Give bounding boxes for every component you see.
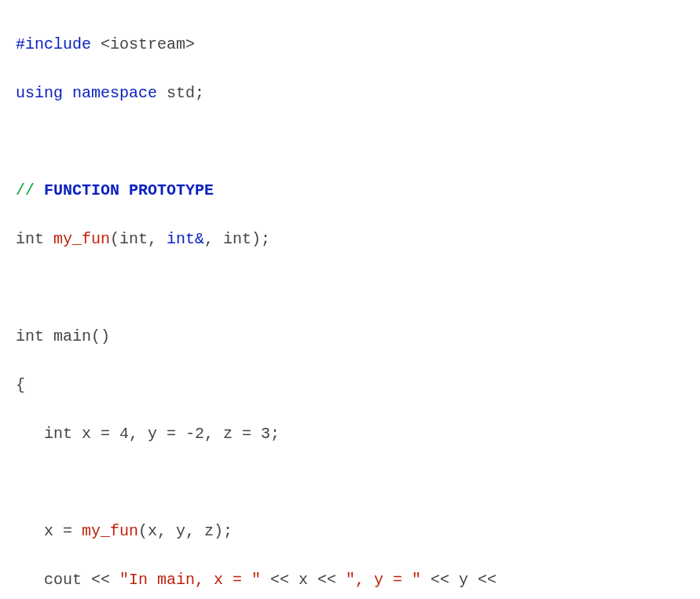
comment-text: FUNCTION PROTOTYPE xyxy=(44,181,214,199)
code-line: int x = 4, y = -2, z = 3; xyxy=(16,422,684,446)
assign: x = xyxy=(16,522,82,540)
blank-line xyxy=(16,276,684,300)
comment-slashes: // xyxy=(16,181,44,199)
code-line: #include <iostream> xyxy=(16,32,684,57)
function-name: my_fun xyxy=(53,230,110,248)
string-literal: "In main, x = " xyxy=(119,571,261,589)
params: (int, xyxy=(110,230,167,248)
stream-op: << y << xyxy=(421,571,497,589)
return-type: int xyxy=(16,230,53,248)
preprocessor: #include xyxy=(16,35,101,53)
code-line: using namespace std; xyxy=(16,81,684,105)
string-literal: ", y = " xyxy=(346,571,421,589)
params: , int); xyxy=(204,230,270,248)
function-call: my_fun xyxy=(82,522,138,540)
comment-line: // FUNCTION PROTOTYPE xyxy=(16,178,684,203)
code-block: #include <iostream> using namespace std;… xyxy=(0,0,700,599)
keyword-using: using xyxy=(16,84,72,102)
code-line: int my_fun(int, int&, int); xyxy=(16,227,684,251)
ref-type: int& xyxy=(167,230,204,248)
namespace-name: std; xyxy=(167,84,204,102)
code-line: cout << "In main, x = " << x << ", y = "… xyxy=(16,568,684,592)
header-name: <iostream> xyxy=(101,35,195,53)
blank-line xyxy=(16,130,684,154)
args: (x, y, z); xyxy=(138,522,233,540)
stream-op: << x << xyxy=(261,571,346,589)
code-line: int main() xyxy=(16,324,684,349)
cout: cout << xyxy=(16,571,119,589)
brace-open: { xyxy=(16,373,684,397)
blank-line xyxy=(16,470,684,495)
code-line: x = my_fun(x, y, z); xyxy=(16,519,684,543)
keyword-namespace: namespace xyxy=(72,84,167,102)
